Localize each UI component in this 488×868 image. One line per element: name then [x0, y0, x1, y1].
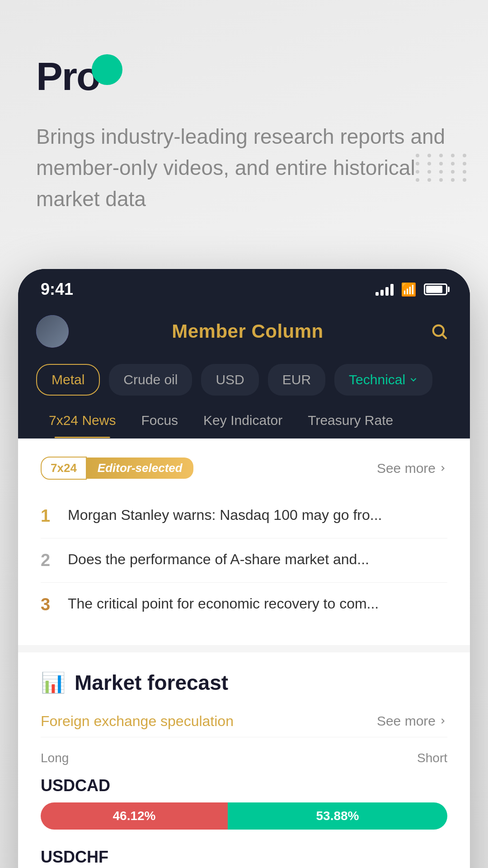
editor-section-header: 7x24 Editor-selected See more: [41, 457, 447, 480]
avatar[interactable]: [36, 315, 69, 348]
status-icons: 📶: [375, 282, 447, 297]
bar-usdcad: 46.12% 53.88%: [41, 802, 447, 830]
logo-area: Pro: [36, 54, 452, 99]
subsection-header: Foreign exchange speculation See more: [41, 713, 447, 737]
search-button[interactable]: [427, 319, 452, 344]
forex-pair-usdchf: USDCHF: [41, 848, 447, 867]
badge-7x24: 7x24: [41, 457, 87, 480]
chart-bar-icon: 📊: [41, 671, 66, 694]
long-short-header: Long Short: [41, 751, 447, 773]
long-label: Long: [41, 751, 69, 765]
page-background: Pro Brings industry-leading research rep…: [0, 0, 488, 868]
filter-eur[interactable]: EUR: [268, 364, 325, 396]
news-number-2: 2: [41, 548, 57, 572]
badge-row: 7x24 Editor-selected: [41, 457, 193, 480]
news-item-3[interactable]: 3 The critical point for economic recove…: [41, 583, 447, 627]
news-item-1[interactable]: 1 Morgan Stanley warns: Nasdaq 100 may g…: [41, 494, 447, 538]
tab-7x24-news[interactable]: 7x24 News: [36, 403, 128, 438]
bar-long-usdcad: 46.12%: [41, 802, 228, 830]
forex-item-usdcad: USDCAD 46.12% 53.88%: [41, 776, 447, 830]
dots-decoration: [416, 154, 470, 182]
logo-text: Pro: [36, 57, 100, 96]
tab-focus[interactable]: Focus: [128, 403, 191, 438]
filter-metal[interactable]: Metal: [36, 364, 100, 396]
nav-tabs: 7x24 News Focus Key Indicator Treasury R…: [18, 403, 470, 439]
market-section: 📊 Market forecast Foreign exchange specu…: [18, 652, 470, 868]
badge-editor-selected: Editor-selected: [87, 458, 193, 479]
tab-treasury-rate[interactable]: Treasury Rate: [295, 403, 406, 438]
news-list: 1 Morgan Stanley warns: Nasdaq 100 may g…: [41, 494, 447, 627]
see-more-market[interactable]: See more: [377, 713, 447, 729]
filter-crude-oil[interactable]: Crude oil: [109, 364, 192, 396]
filter-usd[interactable]: USD: [201, 364, 258, 396]
app-header: Member Column: [18, 306, 470, 357]
filter-technical[interactable]: Technical: [334, 364, 432, 396]
tagline: Brings industry-leading research reports…: [36, 121, 452, 215]
svg-line-1: [443, 335, 446, 338]
wifi-icon: 📶: [401, 282, 417, 297]
status-time: 9:41: [41, 280, 73, 299]
content-area: 7x24 Editor-selected See more 1: [18, 439, 470, 868]
phone-mockup-outer: 9:41 📶: [18, 269, 470, 868]
battery-icon: [424, 283, 447, 295]
news-text-1: Morgan Stanley warns: Nasdaq 100 may go …: [68, 504, 447, 526]
top-section: Pro Brings industry-leading research rep…: [0, 0, 488, 269]
news-number-3: 3: [41, 593, 57, 617]
market-title: Market forecast: [75, 670, 228, 695]
news-text-2: Does the performance of A-share market a…: [68, 548, 447, 570]
editor-section: 7x24 Editor-selected See more 1: [18, 439, 470, 645]
phone-mockup: 9:41 📶: [18, 269, 470, 868]
news-item-2[interactable]: 2 Does the performance of A-share market…: [41, 538, 447, 583]
tab-key-indicator[interactable]: Key Indicator: [191, 403, 295, 438]
short-label: Short: [417, 751, 447, 765]
filter-row: Metal Crude oil USD EUR Technical: [18, 357, 470, 403]
signal-bars-icon: [375, 283, 394, 296]
header-title: Member Column: [172, 321, 324, 342]
market-title-row: 📊 Market forecast: [41, 670, 447, 695]
logo-dot: [92, 54, 122, 85]
bar-short-usdcad: 53.88%: [228, 802, 447, 830]
subsection-title: Foreign exchange speculation: [41, 713, 234, 730]
forex-pair-usdcad: USDCAD: [41, 776, 447, 795]
status-bar: 9:41 📶: [18, 269, 470, 306]
news-text-3: The critical point for economic recovery…: [68, 593, 447, 614]
forex-item-usdchf: USDCHF 40.12% 59.88%: [41, 848, 447, 868]
news-number-1: 1: [41, 504, 57, 528]
see-more-editor[interactable]: See more: [377, 461, 447, 476]
